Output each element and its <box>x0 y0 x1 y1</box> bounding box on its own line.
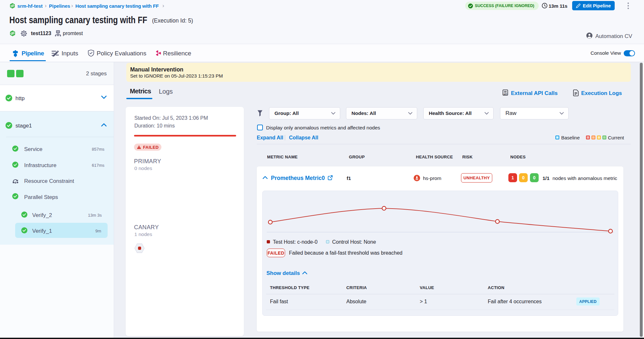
svg-text:API: API <box>504 93 507 95</box>
